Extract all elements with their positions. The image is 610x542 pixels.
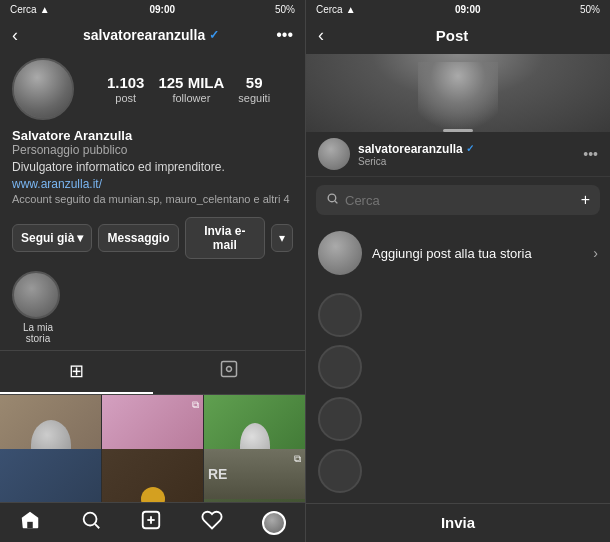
status-left: Cerca ▲ xyxy=(10,4,50,15)
follow-label: Segui già xyxy=(21,231,74,245)
follow-chevron-icon: ▾ xyxy=(77,231,83,245)
story-add-row[interactable]: Aggiungi post alla tua storia › xyxy=(306,223,610,283)
send-bar: Invia xyxy=(306,503,610,542)
add-nav-icon[interactable] xyxy=(140,509,162,536)
small-more-button[interactable]: ••• xyxy=(583,146,598,162)
recipient-list xyxy=(306,283,610,503)
profile-header: ‹ salvatorearanzulla ✓ ••• xyxy=(0,18,305,52)
status-bar-right: Cerca ▲ 09:00 50% xyxy=(306,0,610,18)
svg-point-3 xyxy=(84,513,97,526)
email-dropdown-button[interactable]: ▾ xyxy=(271,224,293,252)
email-button[interactable]: Invia e-mail xyxy=(185,217,265,259)
grid-icon: ⊞ xyxy=(69,360,84,382)
status-right: 50% xyxy=(275,4,295,15)
avatar[interactable] xyxy=(12,58,74,120)
posts-number: 1.103 xyxy=(107,74,145,91)
bio-link[interactable]: www.aranzulla.it/ xyxy=(12,177,293,191)
more-options-button[interactable]: ••• xyxy=(276,26,293,44)
small-username-text: salvatorearanzulla xyxy=(358,142,463,156)
followers-number: 125 MILA xyxy=(158,74,224,91)
search-nav-icon[interactable] xyxy=(80,509,102,536)
small-profile-row: salvatorearanzulla ✓ Serica ••• xyxy=(306,132,610,177)
stats-row: 1.103 post 125 MILA follower 59 seguiti xyxy=(84,74,293,104)
cover-divider xyxy=(443,129,473,132)
tab-grid[interactable]: ⊞ xyxy=(0,351,153,394)
back-button[interactable]: ‹ xyxy=(12,25,18,46)
my-story-circle[interactable] xyxy=(12,271,60,319)
story-avatar xyxy=(318,231,362,275)
following-label: seguiti xyxy=(238,92,270,104)
tagged-icon xyxy=(219,359,239,384)
svg-point-8 xyxy=(328,194,336,202)
send-button[interactable]: Invia xyxy=(441,514,475,531)
my-story-label: La mia storia xyxy=(12,322,64,344)
right-back-button[interactable]: ‹ xyxy=(318,25,324,46)
small-username: salvatorearanzulla ✓ xyxy=(358,142,575,156)
cover-image xyxy=(306,54,610,132)
small-verified-icon: ✓ xyxy=(466,143,474,154)
search-input[interactable] xyxy=(345,193,571,208)
photo-grid: ⧉ RE ⧉ xyxy=(0,395,305,502)
message-button[interactable]: Messaggio xyxy=(98,224,178,252)
battery-text: 50% xyxy=(275,4,295,15)
svg-point-1 xyxy=(226,366,231,371)
status-bar-left: Cerca ▲ 09:00 50% xyxy=(0,0,305,18)
bio-name: Salvatore Aranzulla xyxy=(12,128,293,143)
story-add-label: Aggiungi post alla tua storia xyxy=(372,246,583,261)
profile-info: 1.103 post 125 MILA follower 59 seguiti xyxy=(0,52,305,126)
svg-rect-0 xyxy=(221,361,236,376)
multi-indicator-2-icon: ⧉ xyxy=(294,453,301,465)
header-username: salvatorearanzulla xyxy=(83,27,205,43)
right-title: Post xyxy=(332,27,572,44)
recipient-circle-2 xyxy=(318,345,362,389)
recipient-circle-4 xyxy=(318,449,362,493)
left-panel: Cerca ▲ 09:00 50% ‹ salvatorearanzulla ✓… xyxy=(0,0,305,542)
recipient-circle-1 xyxy=(318,293,362,337)
verified-badge-icon: ✓ xyxy=(209,28,219,42)
posts-label: post xyxy=(115,92,136,104)
search-bar: + xyxy=(316,185,600,215)
right-wifi-icon: ▲ xyxy=(346,4,356,15)
search-icon xyxy=(326,192,339,208)
signal-text: Cerca xyxy=(10,4,37,15)
small-subtitle: Serica xyxy=(358,156,575,167)
recipient-item-4 xyxy=(318,449,598,493)
home-nav-icon[interactable] xyxy=(19,509,41,536)
recipient-circle-3 xyxy=(318,397,362,441)
username-header: salvatorearanzulla ✓ xyxy=(26,27,276,43)
multi-indicator-icon: ⧉ xyxy=(192,399,199,411)
grid-cell-6[interactable]: RE ⧉ xyxy=(204,449,305,502)
cover-area xyxy=(306,54,610,132)
follow-button[interactable]: Segui già ▾ xyxy=(12,224,92,252)
stat-posts: 1.103 post xyxy=(107,74,145,104)
svg-line-9 xyxy=(335,201,337,203)
right-time: 09:00 xyxy=(455,4,481,15)
story-section: La mia storia xyxy=(0,265,305,350)
heart-nav-icon[interactable] xyxy=(201,509,223,536)
tab-bar: ⊞ xyxy=(0,350,305,395)
svg-line-4 xyxy=(95,524,99,528)
stat-followers: 125 MILA follower xyxy=(158,74,224,104)
recipient-item-3 xyxy=(318,397,598,441)
right-battery: 50% xyxy=(580,4,600,15)
grid-cell-4[interactable] xyxy=(0,449,101,502)
bio-category: Personaggio pubblico xyxy=(12,143,293,157)
avatar-image xyxy=(14,60,72,118)
right-header: ‹ Post xyxy=(306,18,610,54)
bio-description: Divulgatore informatico ed imprenditore. xyxy=(12,159,293,176)
bottom-nav xyxy=(0,502,305,542)
following-number: 59 xyxy=(246,74,263,91)
tab-tagged[interactable] xyxy=(153,351,306,394)
grid-cell-5[interactable] xyxy=(102,449,203,502)
add-recipient-button[interactable]: + xyxy=(581,191,590,209)
svg-rect-2 xyxy=(28,522,34,528)
action-buttons: Segui già ▾ Messaggio Invia e-mail ▾ xyxy=(0,211,305,265)
small-profile-info: salvatorearanzulla ✓ Serica xyxy=(358,142,575,167)
profile-nav-icon[interactable] xyxy=(262,511,286,535)
small-avatar xyxy=(318,138,350,170)
right-panel: Cerca ▲ 09:00 50% ‹ Post salvatorearanzu… xyxy=(305,0,610,542)
right-signal: Cerca xyxy=(316,4,343,15)
wifi-icon: ▲ xyxy=(40,4,50,15)
time-left: 09:00 xyxy=(150,4,176,15)
recipient-item-2 xyxy=(318,345,598,389)
